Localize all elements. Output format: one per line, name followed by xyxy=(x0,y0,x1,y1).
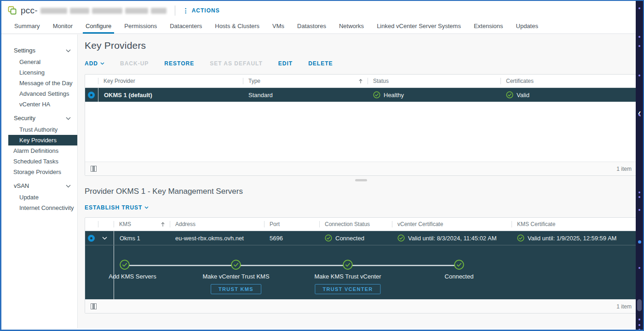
step-check-circle-icon xyxy=(343,260,353,270)
key-provider-status-cell: Healthy xyxy=(368,88,500,102)
kms-section-title: Provider OKMS 1 - Key Management Servers xyxy=(85,187,638,196)
establish-trust-button[interactable]: ESTABLISH TRUST xyxy=(85,204,149,211)
column-header-vcenter-certificate[interactable]: vCenter Certificate xyxy=(392,218,512,231)
kms-certificate-cell: Valid until: 1/9/2025, 12:59:59 AM xyxy=(512,231,637,245)
table-header-row: KMS Address Port Connection Status vCent… xyxy=(85,218,637,231)
sidebar-item-update[interactable]: Update xyxy=(3,192,77,203)
tab-summary[interactable]: Summary xyxy=(8,23,46,34)
tab-monitor[interactable]: Monitor xyxy=(46,23,79,34)
edge-strip-dot xyxy=(638,196,640,198)
table-row-okms1[interactable]: OKMS 1 (default) Standard Healthy Valid xyxy=(85,88,637,102)
kms-name-cell: Okms 1 xyxy=(114,231,170,245)
item-count: 1 item xyxy=(616,303,632,310)
key-provider-type-cell: Standard xyxy=(243,88,368,102)
tab-permissions[interactable]: Permissions xyxy=(118,23,163,34)
tab-extensions[interactable]: Extensions xyxy=(467,23,510,34)
kms-row-expanded-detail: Add KMS Servers Make vCenter Trust KMS M… xyxy=(85,245,637,299)
sidebar-group-security[interactable]: Security xyxy=(3,112,77,124)
delete-button[interactable]: DELETE xyxy=(308,60,333,67)
set-as-default-button[interactable]: SET AS DEFAULT xyxy=(210,60,263,67)
column-settings-icon[interactable] xyxy=(91,166,97,172)
check-circle-icon xyxy=(397,234,405,242)
actions-menu-button[interactable]: ⋮ ACTIONS xyxy=(183,7,220,14)
kms-table: KMS Address Port Connection Status vCent… xyxy=(85,217,638,314)
sidebar-item-licensing[interactable]: Licensing xyxy=(3,67,77,78)
page-title: pcc- xyxy=(21,6,38,16)
column-header-connection-status[interactable]: Connection Status xyxy=(319,218,392,231)
chevron-down-icon xyxy=(100,62,104,65)
sidebar-group-settings[interactable]: Settings xyxy=(3,45,77,57)
edge-strip-dot xyxy=(638,319,640,320)
panel-resize-handle[interactable] xyxy=(355,179,367,181)
table-row-okms1-kms[interactable]: Okms 1 eu-west-rbx.okms.ovh.net 5696 Con… xyxy=(85,231,637,245)
edge-strip-dot xyxy=(638,7,640,9)
column-header-key-provider[interactable]: Key Provider xyxy=(98,75,243,87)
column-header-address[interactable]: Address xyxy=(170,218,264,231)
browser-edge-strip: ❮ xyxy=(636,1,643,331)
column-header-certificates[interactable]: Certificates xyxy=(500,75,637,87)
main-content: Key Providers ADD BACK-UP RESTORE SET AS… xyxy=(78,35,642,328)
radio-column-header xyxy=(85,75,98,87)
edit-button[interactable]: EDIT xyxy=(278,60,293,67)
edge-strip-scroll-thumb[interactable] xyxy=(637,299,642,311)
sidebar-item-storage-providers[interactable]: Storage Providers xyxy=(3,167,77,177)
restore-button[interactable]: RESTORE xyxy=(164,60,194,67)
column-header-kms-certificate[interactable]: KMS Certificate xyxy=(512,218,637,231)
column-header-type[interactable]: Type xyxy=(243,75,368,87)
radio-selected-icon[interactable] xyxy=(88,235,95,242)
key-provider-name-cell: OKMS 1 (default) xyxy=(98,88,243,102)
sidebar-item-scheduled-tasks[interactable]: Scheduled Tasks xyxy=(3,156,77,167)
edge-strip-dot xyxy=(638,75,640,76)
edge-strip-dot xyxy=(638,192,640,193)
chevron-down-icon xyxy=(66,117,71,120)
sidebar-item-advanced-settings[interactable]: Advanced Settings xyxy=(3,88,77,99)
sidebar-item-trust-authority[interactable]: Trust Authority xyxy=(3,124,77,135)
tab-linked-vcenter[interactable]: Linked vCenter Server Systems xyxy=(370,23,467,34)
edge-strip-dot xyxy=(638,329,640,331)
kms-address-cell: eu-west-rbx.okms.ovh.net xyxy=(170,231,264,245)
table-empty-area xyxy=(85,102,637,162)
tab-datacenters[interactable]: Datacenters xyxy=(163,23,208,34)
tab-networks[interactable]: Networks xyxy=(333,23,370,34)
key-providers-toolbar: ADD BACK-UP RESTORE SET AS DEFAULT EDIT … xyxy=(85,60,638,67)
edge-strip-dot xyxy=(638,45,640,47)
table-header-row: Key Provider Type Status Certificates xyxy=(85,75,637,88)
tab-updates[interactable]: Updates xyxy=(510,23,545,34)
step-check-circle-icon xyxy=(454,260,464,270)
check-circle-icon xyxy=(373,91,380,99)
trust-kms-button[interactable]: TRUST KMS xyxy=(211,284,261,294)
column-header-kms[interactable]: KMS xyxy=(114,218,170,231)
sort-ascending-icon[interactable] xyxy=(161,222,165,227)
sidebar-item-vcenter-ha[interactable]: vCenter HA xyxy=(3,99,77,110)
configure-sidebar: Settings General Licensing Message of th… xyxy=(3,35,78,328)
chevron-down-icon xyxy=(66,185,71,188)
collapse-chevron-icon[interactable] xyxy=(102,237,107,240)
trust-vcenter-button[interactable]: TRUST VCENTER xyxy=(315,284,380,294)
sort-ascending-icon[interactable] xyxy=(358,79,363,84)
tab-datastores[interactable]: Datastores xyxy=(291,23,333,34)
sidebar-item-general[interactable]: General xyxy=(3,57,77,67)
sidebar-item-key-providers[interactable]: Key Providers xyxy=(8,135,77,145)
expand-column-header xyxy=(98,218,114,231)
column-header-status[interactable]: Status xyxy=(368,75,500,87)
sidebar-group-vsan[interactable]: vSAN xyxy=(3,180,77,192)
vertical-ellipsis-icon: ⋮ xyxy=(183,7,189,14)
radio-column-header xyxy=(85,218,98,231)
column-header-port[interactable]: Port xyxy=(264,218,319,231)
key-provider-certificates-cell: Valid xyxy=(500,88,637,102)
step-check-circle-icon xyxy=(120,260,130,270)
item-count: 1 item xyxy=(616,166,632,172)
tab-configure[interactable]: Configure xyxy=(79,23,118,34)
column-settings-icon[interactable] xyxy=(91,303,97,309)
edge-strip-dot xyxy=(638,324,640,326)
tab-hosts-clusters[interactable]: Hosts & Clusters xyxy=(208,23,266,34)
add-button[interactable]: ADD xyxy=(85,60,104,67)
radio-selected-icon[interactable] xyxy=(88,92,95,99)
backup-button[interactable]: BACK-UP xyxy=(120,60,149,67)
kms-toolbar: ESTABLISH TRUST xyxy=(85,204,638,211)
sidebar-item-alarm-definitions[interactable]: Alarm Definitions xyxy=(3,145,77,156)
chevron-down-icon xyxy=(66,49,71,52)
tab-vms[interactable]: VMs xyxy=(266,23,291,34)
sidebar-item-internet-connectivity[interactable]: Internet Connectivity xyxy=(3,203,77,213)
sidebar-item-message-of-the-day[interactable]: Message of the Day xyxy=(3,78,77,88)
